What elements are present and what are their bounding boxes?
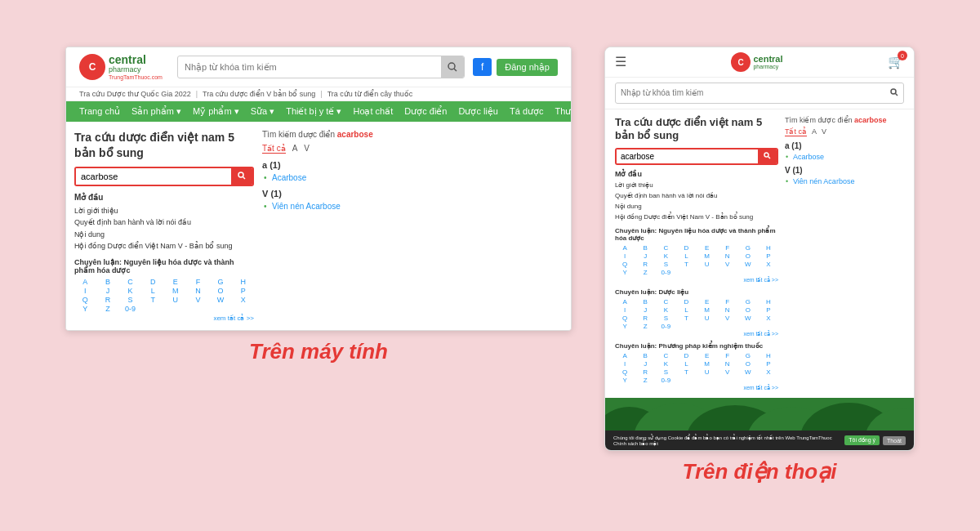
letter-V[interactable]: V — [187, 296, 209, 304]
mob3-letter-M[interactable]: M — [697, 360, 717, 368]
letter-S[interactable]: S — [119, 296, 141, 304]
mob-letter-R[interactable]: R — [635, 261, 655, 268]
mob-letter-P[interactable]: P — [759, 252, 778, 260]
mob2-letter-F[interactable]: F — [718, 298, 737, 306]
mob3-letter-R[interactable]: R — [635, 368, 655, 376]
mob2-letter-Z[interactable]: Z — [635, 323, 655, 330]
mob3-letter-W[interactable]: W — [738, 368, 758, 376]
mob3-letter-P[interactable]: P — [759, 360, 778, 368]
mob-letter-O[interactable]: O — [738, 252, 758, 260]
mob2-letter-T[interactable]: T — [676, 315, 696, 322]
mob-letter-K[interactable]: K — [656, 252, 675, 260]
mob2-letter-E[interactable]: E — [697, 298, 717, 306]
mob3-letter-T[interactable]: T — [676, 368, 696, 376]
mob2-letter-X[interactable]: X — [759, 315, 778, 322]
letter-N[interactable]: N — [187, 287, 209, 295]
letter-O[interactable]: O — [210, 287, 232, 295]
letter-F[interactable]: F — [187, 278, 209, 286]
header-search-input[interactable] — [178, 62, 441, 72]
nav-trang-chu[interactable]: Trang chủ — [79, 106, 120, 117]
mo-dau-link-3[interactable]: Nội dung — [74, 229, 254, 240]
mob2-letter-A[interactable]: A — [615, 298, 635, 306]
letter-W[interactable]: W — [210, 296, 232, 304]
mob2-letter-U[interactable]: U — [697, 315, 717, 322]
mob3-letter-G[interactable]: G — [738, 352, 758, 359]
mob2-letter-V[interactable]: V — [718, 315, 737, 322]
letter-G[interactable]: G — [210, 278, 232, 286]
mob-letter-V[interactable]: V — [718, 261, 737, 268]
subheader-link-3[interactable]: Tra cứu từ điển cây thuốc — [327, 90, 413, 98]
mob3-letter-I[interactable]: I — [615, 360, 635, 368]
letter-X[interactable]: X — [232, 296, 254, 304]
header-search-bar[interactable] — [177, 56, 465, 78]
header-search-button[interactable] — [441, 56, 464, 78]
mob-letter-D[interactable]: D — [676, 244, 696, 252]
desktop-panel-search-input[interactable] — [76, 168, 231, 185]
mob2-letter-K[interactable]: K — [656, 306, 675, 314]
letter-M[interactable]: M — [165, 287, 187, 295]
mob-letter-H[interactable]: H — [759, 244, 778, 252]
letter-R[interactable]: R — [97, 296, 119, 304]
letter-P[interactable]: P — [232, 287, 254, 295]
mob-letter-C[interactable]: C — [656, 244, 675, 252]
subheader-link-1[interactable]: Tra cứu Dược thư Quốc Gia 2022 — [79, 90, 191, 98]
letter-H[interactable]: H — [232, 278, 254, 286]
mobile-result-acarbose[interactable]: Acarbose — [785, 153, 904, 161]
letter-J[interactable]: J — [97, 287, 119, 295]
mo-dau-link-4[interactable]: Hội đồng Dược điển Việt Nam V - Bản bổ s… — [74, 240, 254, 252]
mob-letter-Y[interactable]: Y — [615, 269, 635, 276]
mob-letter-I[interactable]: I — [615, 252, 635, 260]
letter-C[interactable]: C — [119, 278, 141, 286]
mobile-panel-search-input[interactable] — [617, 149, 758, 163]
mob3-letter-C[interactable]: C — [656, 352, 675, 359]
mobile-search-button[interactable] — [885, 87, 903, 99]
nav-san-pham[interactable]: Sản phẩm ▾ — [131, 106, 181, 117]
desktop-result-vien-nen[interactable]: Viên nén Acarbose — [262, 202, 563, 211]
mob-letter-S[interactable]: S — [656, 261, 675, 268]
mob3-letter-Q[interactable]: Q — [615, 368, 635, 376]
mob2-letter-Y[interactable]: Y — [615, 323, 635, 330]
mobile-xem-tat-ca-1[interactable]: xem tất cả >> — [615, 277, 778, 283]
mobile-result-vien-nen[interactable]: Viên nén Acarbose — [785, 177, 904, 185]
letter-I[interactable]: I — [74, 287, 96, 295]
mob-letter-F[interactable]: F — [718, 244, 737, 252]
letter-K[interactable]: K — [119, 287, 141, 295]
mobile-search-input[interactable] — [616, 88, 885, 97]
desktop-xem-tat-ca[interactable]: xem tất cả >> — [74, 315, 254, 322]
nav-duoc-dien[interactable]: Dược điển — [404, 106, 447, 117]
mob-letter-Q[interactable]: Q — [615, 261, 635, 268]
mob2-letter-H[interactable]: H — [759, 298, 778, 306]
mobile-panel-search-box[interactable] — [615, 148, 778, 165]
mobile-search-inner[interactable] — [615, 83, 904, 104]
mob-letter-M[interactable]: M — [697, 252, 717, 260]
mob3-letter-X[interactable]: X — [759, 368, 778, 376]
mob2-letter-O[interactable]: O — [738, 306, 758, 314]
filter-tab-all[interactable]: Tất cả — [262, 144, 286, 154]
login-button[interactable]: Đăng nhập — [497, 59, 558, 76]
mob2-letter-Q[interactable]: Q — [615, 315, 635, 322]
mob2-letter-W[interactable]: W — [738, 315, 758, 322]
mob-letter-T[interactable]: T — [676, 261, 696, 268]
mob3-letter-E[interactable]: E — [697, 352, 717, 359]
mob3-letter-V[interactable]: V — [718, 368, 737, 376]
letter-Z[interactable]: Z — [97, 305, 119, 313]
mob-letter-J[interactable]: J — [635, 252, 655, 260]
mo-dau-link-1[interactable]: Lời giới thiệu — [74, 205, 254, 216]
mob2-letter-R[interactable]: R — [635, 315, 655, 322]
subheader-link-2[interactable]: Tra cứu dược điển V bản bổ sung — [203, 90, 315, 98]
mob2-letter-I[interactable]: I — [615, 306, 635, 314]
hamburger-icon[interactable]: ☰ — [615, 54, 626, 69]
mob3-letter-Y[interactable]: Y — [615, 377, 635, 384]
mob2-letter-G[interactable]: G — [738, 298, 758, 306]
mob2-letter-L[interactable]: L — [676, 306, 696, 314]
mobile-mo-dau-link-2[interactable]: Quyết định ban hành và lời nói đầu — [615, 191, 778, 202]
mob3-letter-L[interactable]: L — [676, 360, 696, 368]
letter-T[interactable]: T — [142, 296, 164, 304]
letter-D[interactable]: D — [142, 278, 164, 286]
letter-E[interactable]: E — [165, 278, 187, 286]
letter-A[interactable]: A — [74, 278, 96, 286]
cookie-agree-button[interactable]: Tôi đồng ý — [844, 435, 880, 445]
letter-L[interactable]: L — [142, 287, 164, 295]
mob3-letter-D[interactable]: D — [676, 352, 696, 359]
desktop-panel-search-button[interactable] — [231, 168, 252, 185]
